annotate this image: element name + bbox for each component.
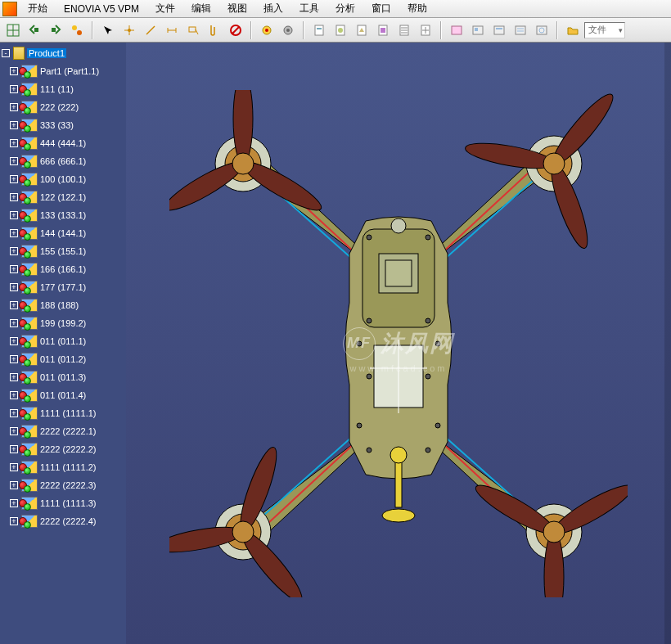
expand-icon[interactable]: + xyxy=(10,499,18,507)
tree-row[interactable]: +2222 (2222.3) xyxy=(0,476,126,494)
menu-item-4[interactable]: 视图 xyxy=(219,0,255,18)
expand-icon[interactable]: + xyxy=(10,175,18,183)
tree-root-label[interactable]: Product1 xyxy=(27,48,66,58)
drone-model[interactable] xyxy=(169,90,628,597)
expand-icon[interactable]: + xyxy=(10,193,18,201)
expand-icon[interactable]: + xyxy=(10,319,18,327)
menu-item-2[interactable]: 文件 xyxy=(147,0,183,18)
tree-row[interactable]: +166 (166.1) xyxy=(0,260,126,278)
tree-row[interactable]: +011 (011.4) xyxy=(0,386,126,404)
tree-row[interactable]: +133 (133.1) xyxy=(0,206,126,224)
tree-row[interactable]: +100 (100.1) xyxy=(0,170,126,188)
viewport-scrollbar[interactable] xyxy=(664,43,671,644)
file-combo[interactable]: 文件 xyxy=(584,22,625,38)
tree-row[interactable]: +1111 (1111.3) xyxy=(0,494,126,512)
part-icon xyxy=(21,281,38,294)
tree-row[interactable]: +188 (188) xyxy=(0,296,126,314)
tree-row[interactable]: +011 (011.2) xyxy=(0,350,126,368)
tree-row[interactable]: +177 (177.1) xyxy=(0,278,126,296)
clip-tool[interactable] xyxy=(205,20,224,40)
expand-icon[interactable]: + xyxy=(10,283,18,291)
tree-row[interactable]: +155 (155.1) xyxy=(0,242,126,260)
menu-item-5[interactable]: 插入 xyxy=(255,0,291,18)
spec-tree[interactable]: - Product1 +Part1 (Part1.1)+111 (11)+222… xyxy=(0,43,126,644)
expand-icon[interactable]: + xyxy=(10,373,18,381)
expand-icon[interactable]: + xyxy=(10,121,18,129)
tree-row[interactable]: +1111 (1111.2) xyxy=(0,458,126,476)
zoom-prev-button[interactable] xyxy=(25,20,44,40)
menu-item-3[interactable]: 编辑 xyxy=(183,0,219,18)
3d-viewport[interactable]: MF 沐风网 www.mfcad.com xyxy=(126,43,671,644)
tree-row[interactable]: +222 (222) xyxy=(0,98,126,116)
expand-icon[interactable]: - xyxy=(2,49,10,57)
tree-row[interactable]: +011 (011.3) xyxy=(0,368,126,386)
doc-f-button[interactable] xyxy=(416,20,435,40)
tree-row[interactable]: +333 (33) xyxy=(0,116,126,134)
expand-icon[interactable]: + xyxy=(10,229,18,237)
folder-open-button[interactable] xyxy=(563,20,583,40)
tree-item-label: 2222 (2222.2) xyxy=(40,444,97,454)
menu-item-9[interactable]: 帮助 xyxy=(399,0,435,18)
menu-item-7[interactable]: 分析 xyxy=(327,0,363,18)
expand-icon[interactable]: + xyxy=(10,157,18,165)
noentry-tool[interactable] xyxy=(226,20,245,40)
expand-icon[interactable]: + xyxy=(10,247,18,255)
expand-icon[interactable]: + xyxy=(10,337,18,345)
expand-icon[interactable]: + xyxy=(10,301,18,309)
doc-c-button[interactable] xyxy=(352,20,372,40)
tree-row[interactable]: +144 (144.1) xyxy=(0,224,126,242)
page-e-button[interactable] xyxy=(532,20,552,40)
part-icon xyxy=(21,65,38,78)
page-d-button[interactable] xyxy=(511,20,530,40)
tree-row[interactable]: +1111 (1111.1) xyxy=(0,404,126,422)
expand-icon[interactable]: + xyxy=(10,265,18,273)
tree-row[interactable]: +111 (11) xyxy=(0,80,126,98)
expand-icon[interactable]: + xyxy=(10,355,18,363)
doc-e-button[interactable] xyxy=(394,20,414,40)
tree-row[interactable]: +666 (666.1) xyxy=(0,152,126,170)
expand-icon[interactable]: + xyxy=(10,211,18,219)
tree-row[interactable]: +2222 (2222.4) xyxy=(0,512,126,530)
tree-row[interactable]: +199 (199.2) xyxy=(0,314,126,332)
expand-icon[interactable]: + xyxy=(10,85,18,93)
tree-row[interactable]: +444 (444.1) xyxy=(0,134,126,152)
balloon-tool[interactable] xyxy=(183,20,203,40)
svg-point-48 xyxy=(543,153,565,174)
tree-row[interactable]: +122 (122.1) xyxy=(0,188,126,206)
expand-icon[interactable]: + xyxy=(10,139,18,147)
menu-item-0[interactable]: 开始 xyxy=(20,0,56,18)
gear-gray-button[interactable] xyxy=(278,20,298,40)
expand-icon[interactable]: + xyxy=(10,67,18,75)
expand-icon[interactable]: + xyxy=(10,409,18,417)
page-b-button[interactable] xyxy=(468,20,488,40)
expand-icon[interactable]: + xyxy=(10,481,18,489)
expand-icon[interactable]: + xyxy=(10,427,18,435)
arrow-tool[interactable] xyxy=(98,20,118,40)
doc-d-button[interactable] xyxy=(373,20,393,40)
expand-icon[interactable]: + xyxy=(10,391,18,399)
menu-item-6[interactable]: 工具 xyxy=(291,0,327,18)
line-tool[interactable] xyxy=(141,20,160,40)
tree-row[interactable]: +Part1 (Part1.1) xyxy=(0,62,126,80)
tree-row[interactable]: +011 (011.1) xyxy=(0,332,126,350)
expand-icon[interactable]: + xyxy=(10,445,18,453)
doc-a-button[interactable] xyxy=(309,20,329,40)
part-icon xyxy=(21,515,38,528)
menu-item-1[interactable]: ENOVIA V5 VPM xyxy=(56,1,147,17)
tree-row[interactable]: +2222 (2222.1) xyxy=(0,422,126,440)
tree-row[interactable]: +2222 (2222.2) xyxy=(0,440,126,458)
zoom-next-button[interactable] xyxy=(46,20,65,40)
page-c-button[interactable] xyxy=(489,20,509,40)
expand-icon[interactable]: + xyxy=(10,463,18,471)
swap-view-button[interactable] xyxy=(67,20,87,40)
tree-root[interactable]: - Product1 xyxy=(0,44,126,62)
doc-b-button[interactable] xyxy=(331,20,350,40)
page-a-button[interactable] xyxy=(447,20,466,40)
expand-icon[interactable]: + xyxy=(10,517,18,525)
dimension-tool[interactable] xyxy=(162,20,182,40)
expand-icon[interactable]: + xyxy=(10,103,18,111)
gear-red-button[interactable] xyxy=(257,20,277,40)
fit-all-button[interactable] xyxy=(3,20,23,40)
menu-item-8[interactable]: 窗口 xyxy=(363,0,399,18)
point-tool[interactable] xyxy=(119,20,139,40)
